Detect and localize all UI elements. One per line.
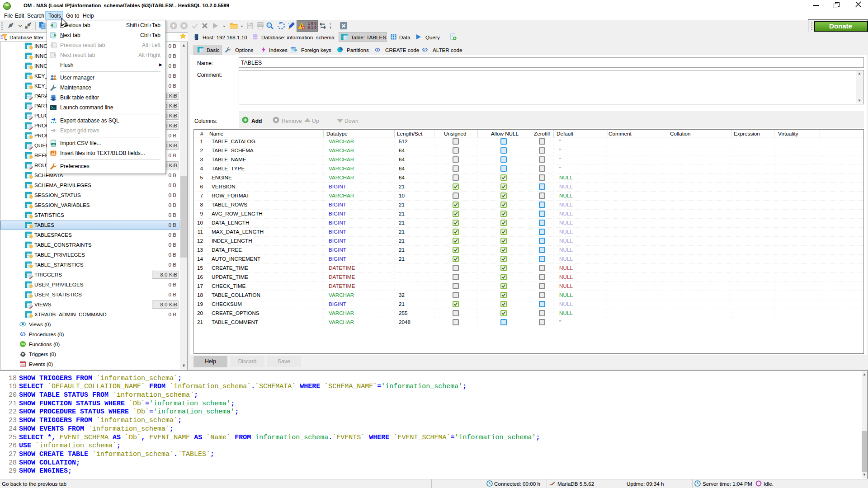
svg-text:CSV: CSV [52,144,56,145]
